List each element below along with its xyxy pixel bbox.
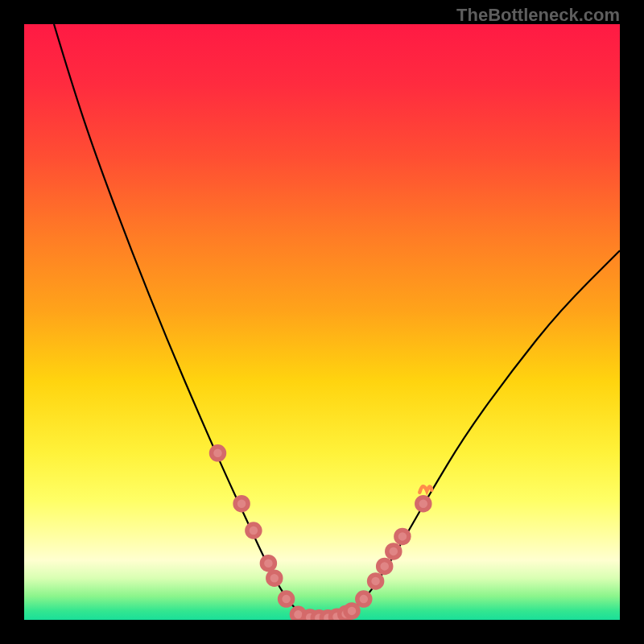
curve-layer (24, 24, 620, 620)
chart-container: TheBottleneck.com (0, 0, 644, 644)
watermark-text: TheBottleneck.com (456, 5, 620, 26)
data-marker (262, 557, 275, 570)
data-marker (247, 524, 260, 537)
data-marker (387, 545, 400, 558)
data-marker (369, 575, 382, 588)
data-marker (280, 592, 293, 605)
data-marker (345, 605, 358, 617)
marker-group (212, 447, 432, 620)
data-marker (235, 497, 248, 510)
data-marker (212, 447, 225, 460)
accent-scribble (419, 486, 431, 493)
data-marker (268, 572, 281, 584)
data-marker (417, 497, 430, 510)
plot-area (24, 24, 620, 620)
bottleneck-curve (54, 24, 620, 618)
data-marker (396, 530, 409, 543)
data-marker (357, 592, 370, 605)
data-marker (378, 559, 391, 572)
